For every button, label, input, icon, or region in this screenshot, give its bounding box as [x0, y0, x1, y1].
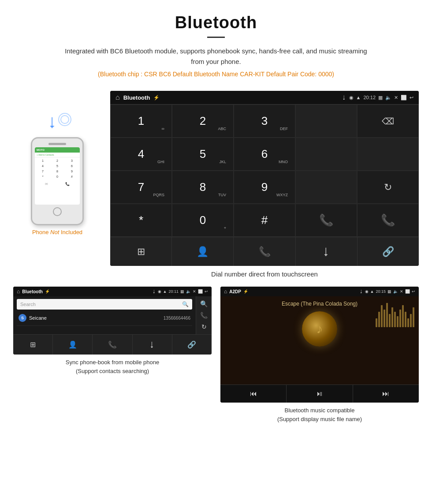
call-green-icon: 📞: [319, 213, 333, 227]
eq-bar: [397, 316, 398, 327]
key-7[interactable]: 7 PQRS: [110, 171, 172, 204]
search-icon[interactable]: 🔍: [182, 301, 189, 307]
key-8[interactable]: 8 TUV: [172, 171, 234, 204]
phonebook-caption: Sync phone-book from mobile phone (Suppo…: [13, 358, 212, 375]
equalizer: [376, 301, 414, 327]
contact-row[interactable]: S Seicane 13566664466: [17, 310, 192, 326]
key-0[interactable]: 0 +: [172, 204, 234, 237]
phone-screen-header: MOTO: [35, 147, 80, 153]
phone-mockup: MOTO + Add to Contacts 123 456 789 *0# ✉…: [31, 137, 84, 225]
back-icon[interactable]: ↩: [410, 95, 413, 101]
bottom-screenshots: ⌂ Bluetooth ⚡ ⭣ ◉ ▲ 20:11 ▦ 🔈 ✕ ⬜ ↩: [0, 287, 432, 437]
key-hash[interactable]: #: [234, 204, 295, 237]
prev-button[interactable]: ⏮: [220, 385, 287, 403]
pb-usb-icon: ⚡: [45, 289, 50, 294]
key-4[interactable]: 4 GHI: [110, 138, 172, 171]
key-6[interactable]: 6 MNO: [234, 138, 295, 171]
album-art: ♪: [302, 311, 337, 347]
main-content: ⭣ MOTO + Add to Contacts 123 456 789 *0#…: [0, 91, 432, 287]
key-refresh[interactable]: ↻: [357, 171, 419, 204]
pb-bottom-grid[interactable]: ⊞: [13, 335, 53, 355]
bottom-bluetooth-icon[interactable]: ⭣: [296, 237, 358, 266]
key-2[interactable]: 2 ABC: [172, 105, 234, 138]
mu-loc-icon: ◉: [365, 289, 369, 294]
call-red-icon: 📞: [381, 213, 395, 227]
contact-name: Seicane: [29, 315, 164, 321]
key-call-red[interactable]: 📞: [357, 204, 419, 237]
bluetooth-status-icon: ⭣: [342, 95, 346, 100]
phone-mockup-section: ⭣ MOTO + Add to Contacts 123 456 789 *0#…: [13, 91, 101, 235]
eq-bar: [389, 314, 391, 327]
bottom-person-icon[interactable]: 👤: [172, 237, 234, 266]
phone-speaker: [48, 143, 66, 145]
phonebook-screen: ⌂ Bluetooth ⚡ ⭣ ◉ ▲ 20:11 ▦ 🔈 ✕ ⬜ ↩: [13, 287, 212, 355]
eq-bar: [386, 303, 388, 327]
pb-sig-icon: ▲: [163, 289, 167, 294]
status-bar-left: ⌂ Bluetooth ⚡: [115, 93, 160, 101]
pb-side-refresh-icon[interactable]: ↻: [198, 321, 210, 332]
phone-dialpad: 123 456 789 *0#: [35, 157, 80, 180]
pb-home-icon[interactable]: ⌂: [17, 288, 20, 295]
eq-bar: [407, 318, 409, 327]
window-icon[interactable]: ⬜: [401, 95, 407, 101]
key-backspace[interactable]: ⌫: [357, 105, 419, 138]
mu-back-icon[interactable]: ↩: [412, 289, 415, 294]
eq-bar: [376, 318, 377, 327]
phonebook-status-bar: ⌂ Bluetooth ⚡ ⭣ ◉ ▲ 20:11 ▦ 🔈 ✕ ⬜ ↩: [13, 287, 212, 296]
key-1[interactable]: 1 ∞: [110, 105, 172, 138]
phonebook-screenshot: ⌂ Bluetooth ⚡ ⭣ ◉ ▲ 20:11 ▦ 🔈 ✕ ⬜ ↩: [13, 287, 212, 423]
pb-back-icon[interactable]: ↩: [205, 289, 208, 294]
mu-usb-icon: ⚡: [243, 289, 248, 294]
play-pause-button[interactable]: ⏯: [287, 385, 353, 403]
pb-side-phone-icon[interactable]: 📞: [198, 310, 210, 321]
mu-vol-icon[interactable]: 🔈: [393, 289, 398, 294]
key-3[interactable]: 3 DEF: [234, 105, 295, 138]
camera-icon[interactable]: ▦: [378, 95, 383, 101]
key-5[interactable]: 5 JKL: [172, 138, 234, 171]
key-call-green[interactable]: 📞: [295, 204, 357, 237]
mu-close-icon[interactable]: ✕: [400, 289, 403, 294]
home-icon[interactable]: ⌂: [115, 93, 120, 101]
phonebook-side-icons: 🔍 📞 ↻: [196, 296, 212, 334]
music-screenshot: ⌂ A2DP ⚡ ⭣ ◉ ▲ 20:15 ▦ 🔈 ✕ ⬜ ↩ Es: [220, 287, 419, 423]
pb-close-icon[interactable]: ✕: [193, 289, 196, 294]
search-bar[interactable]: Search 🔍: [17, 299, 192, 310]
pb-win-icon[interactable]: ⬜: [198, 289, 203, 294]
pb-vol-icon[interactable]: 🔈: [186, 289, 191, 294]
mu-win-icon[interactable]: ⬜: [405, 289, 410, 294]
pb-bottom-phone[interactable]: 📞: [93, 335, 132, 355]
close-icon[interactable]: ✕: [394, 95, 398, 101]
bottom-phone-icon[interactable]: 📞: [234, 237, 295, 266]
signal-icon: ▲: [356, 95, 361, 100]
key-star[interactable]: *: [110, 204, 172, 237]
key-empty-3: [357, 138, 419, 171]
pb-label: Bluetooth: [22, 289, 43, 294]
key-9[interactable]: 9 WXYZ: [234, 171, 295, 204]
pb-loc-icon: ◉: [158, 289, 161, 294]
pb-bottom-link[interactable]: 🔗: [172, 335, 212, 355]
bottom-grid-icon[interactable]: ⊞: [110, 237, 172, 266]
mu-cam-icon[interactable]: ▦: [387, 289, 391, 294]
phone-screen: MOTO + Add to Contacts 123 456 789 *0# ✉…: [35, 147, 80, 205]
time-display: 20:12: [363, 95, 376, 100]
pb-bottom-person[interactable]: 👤: [53, 335, 93, 355]
pb-cam-icon[interactable]: ▦: [180, 289, 184, 294]
bottom-link-icon[interactable]: 🔗: [358, 237, 419, 266]
phone-add-contacts: + Add to Contacts: [35, 153, 80, 157]
eq-bar: [399, 310, 401, 327]
volume-icon[interactable]: 🔈: [385, 95, 391, 101]
eq-bar: [391, 307, 393, 327]
mu-label: A2DP: [229, 289, 241, 294]
contact-number: 13566664466: [164, 316, 190, 321]
mu-home-icon[interactable]: ⌂: [224, 288, 227, 295]
mu-bt-icon: ⭣: [359, 289, 363, 294]
contact-letter: S: [19, 314, 26, 322]
phone-bottom-bar: ✉ 📞: [35, 181, 80, 187]
phonebook-bottom-bar: ⊞ 👤 📞 ⭣ 🔗: [13, 334, 212, 355]
pb-bottom-bt[interactable]: ⭣: [133, 335, 172, 355]
page-header: Bluetooth Integrated with BC6 Bluetooth …: [0, 0, 432, 91]
next-button[interactable]: ⏭: [353, 385, 419, 403]
phone-not-included-label: Phone Not Included: [32, 229, 82, 235]
pb-side-search-icon[interactable]: 🔍: [198, 298, 210, 310]
phonebook-layout: Search 🔍 S Seicane 13566664466 🔍 📞 ↻: [13, 296, 212, 334]
